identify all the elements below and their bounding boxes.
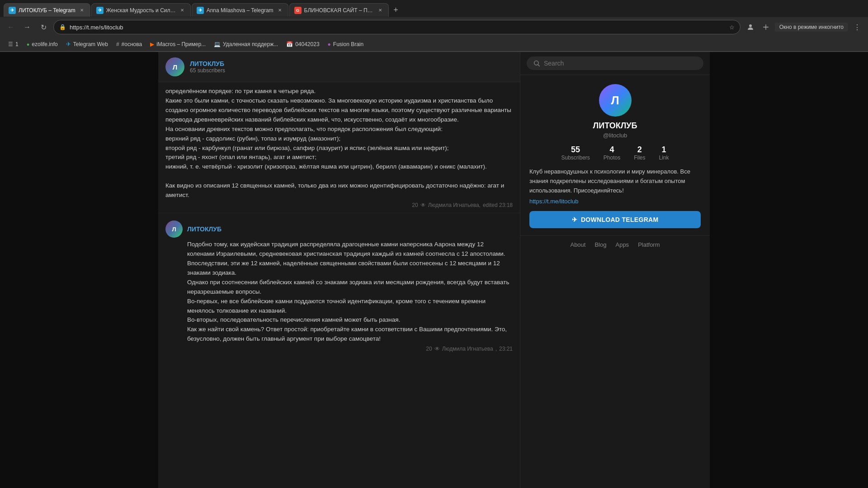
search-container [520, 52, 710, 75]
channel-top-info: ЛИТОКЛУБ 65 subscribers [190, 60, 225, 74]
message-block-1: определённом порядке: по три камня в чет… [158, 82, 520, 211]
stat-subs-label: Subscribers [561, 155, 590, 161]
channel-top-bar: Л ЛИТОКЛУБ 65 subscribers [158, 52, 520, 82]
profile-name: ЛИТОКЛУБ [593, 121, 637, 131]
nav-bar: ← → ↻ 🔒 https://t.me/s/litoclub ☆ Окно в… [0, 17, 868, 37]
bookmark-label-fb: Fusion Brain [333, 41, 363, 47]
bookmarks-bar: ☰ 1 ● ezolife.info ✈ Telegram Web # #осн… [0, 37, 868, 52]
search-icon [533, 60, 540, 67]
tab-close-1[interactable]: ✕ [78, 7, 85, 14]
tab-title-3: Anna Milashova – Telegram [207, 7, 274, 14]
bookmark-label-ezo: ezolife.info [32, 41, 57, 47]
stat-photos-value: 4 [604, 145, 620, 155]
info-panel: Л ЛИТОКЛУБ @litoclub 55 Subscribers 4 Ph… [520, 52, 710, 488]
tab-close-2[interactable]: ✕ [179, 7, 186, 14]
stat-link-label: Link [659, 155, 669, 161]
bookmark-icon-tg: ✈ [66, 41, 71, 47]
views-count-2: 20 [426, 346, 432, 352]
views-icon-2: 👁 [434, 346, 440, 352]
bookmark-icon-rm: 💻 [214, 41, 221, 47]
messages-area[interactable]: определённом порядке: по три камня в чет… [158, 82, 520, 488]
footer-nav: About Blog Apps Platform [520, 236, 710, 253]
bookmark-icon-1: ☰ [8, 41, 13, 47]
footer-blog[interactable]: Blog [594, 241, 606, 248]
bookmark-imacros[interactable]: ▶ iMacros – Пример... [146, 40, 209, 49]
bookmark-ezolife[interactable]: ● ezolife.info [23, 40, 61, 49]
channel-top-avatar: Л [165, 57, 184, 76]
msg-text-line-5: второй ряд - карбункул (гранат или бирюз… [165, 144, 513, 153]
tab-favicon-4: G [294, 7, 302, 14]
incognito-indicator: Окно в режиме инкогнито [775, 23, 848, 32]
forward-button[interactable]: → [21, 21, 33, 33]
tab-favicon-2: ✈ [96, 7, 104, 14]
msg2-line-3: Однако при соотнесении библейских камней… [187, 278, 513, 297]
bookmark-label-rm: Удаленная поддерж... [223, 41, 278, 47]
bookmark-osnova[interactable]: # #основа [113, 40, 146, 49]
stat-link: 1 Link [659, 145, 669, 161]
menu-button[interactable]: ⋮ [851, 21, 863, 33]
tab-close-4[interactable]: ✕ [377, 7, 384, 14]
tab-zhenskaya[interactable]: ✈ Женская Мудрость и Сила Кри... ✕ [91, 3, 191, 17]
tab-title-4: БЛИНОВСКАЯ САЙТ – Поиск ... [304, 7, 374, 14]
footer-about[interactable]: About [570, 241, 585, 248]
channel-link[interactable]: https://t.me/litoclub [529, 198, 578, 205]
new-tab-button[interactable]: + [390, 4, 402, 16]
lock-icon: 🔒 [59, 24, 66, 30]
msg-text-line-1: определённом порядке: по три камня в чет… [165, 87, 513, 96]
msg-text-line-2: Какие это были камни, с точностью сказат… [165, 96, 513, 125]
msg-divider [158, 213, 520, 213]
msg-footer-1: 20 👁 Людмила Игнатьева, edited 23:18 [165, 202, 513, 208]
bookmark-icon-im: ▶ [150, 41, 154, 47]
bookmark-date[interactable]: 📅 04042023 [283, 40, 323, 49]
reload-button[interactable]: ↻ [37, 21, 50, 33]
bookmark-label-dt: 04042023 [295, 41, 319, 47]
msg-text-line-7: нижний, т. е. четвёртый - хризолит (хриз… [165, 162, 513, 172]
stat-photos-label: Photos [604, 155, 620, 161]
msg-footer-2: 20 👁 Людмила Игнатьева , 23:21 [165, 346, 513, 352]
bookmark-1[interactable]: ☰ 1 [5, 40, 22, 49]
msg-comma-2: , [495, 346, 497, 352]
tab-title-1: ЛИТОКЛУБ – Telegram [19, 7, 75, 14]
right-bg [710, 52, 868, 488]
msg2-line-5: Во-вторых, последовательность перечислен… [187, 315, 513, 325]
views-count-1: 20 [412, 202, 418, 208]
tab-litoclub[interactable]: ✈ ЛИТОКЛУБ – Telegram ✕ [4, 3, 90, 17]
msg2-line-6: Как же найти свой камень? Ответ простой:… [187, 325, 513, 344]
bookmark-icon-ezo: ● [27, 42, 30, 47]
tab-favicon-3: ✈ [197, 7, 204, 14]
stat-photos: 4 Photos [604, 145, 620, 161]
bookmark-telegram[interactable]: ✈ Telegram Web [62, 39, 112, 49]
msg2-line-1: Подобно тому, как иудейская традиция рас… [187, 240, 513, 259]
msg-body-2: Подобно тому, как иудейская традиция рас… [165, 240, 513, 344]
profile-button[interactable] [744, 21, 757, 33]
star-icon[interactable]: ☆ [729, 24, 735, 31]
msg-header-2: Л ЛИТОКЛУБ [165, 221, 513, 238]
channel-top-subs: 65 subscribers [190, 67, 225, 74]
search-input[interactable] [544, 60, 697, 67]
message-block-2: Л ЛИТОКЛУБ Подобно тому, как иудейская т… [158, 215, 520, 355]
tab-title-2: Женская Мудрость и Сила Кри... [106, 7, 176, 14]
tab-bar: ✈ ЛИТОКЛУБ – Telegram ✕ ✈ Женская Мудрос… [0, 0, 868, 17]
stat-subs-value: 55 [561, 145, 590, 155]
footer-apps[interactable]: Apps [615, 241, 629, 248]
tab-blinovskaya[interactable]: G БЛИНОВСКАЯ САЙТ – Поиск ... ✕ [289, 3, 389, 17]
back-button[interactable]: ← [5, 21, 17, 33]
nav-actions: Окно в режиме инкогнито ⋮ [744, 21, 863, 33]
bookmark-label-1: 1 [15, 41, 19, 47]
footer-platform[interactable]: Platform [638, 241, 660, 248]
bookmark-remote[interactable]: 💻 Удаленная поддерж... [210, 40, 282, 49]
tab-close-3[interactable]: ✕ [276, 7, 283, 14]
bookmark-icon-fb: ● [328, 41, 331, 47]
download-telegram-button[interactable]: ✈ DOWNLOAD TELEGRAM [529, 211, 701, 228]
svg-line-10 [538, 65, 540, 66]
address-bar[interactable]: 🔒 https://t.me/s/litoclub ☆ [53, 20, 741, 34]
msg-text-line-4: верхний ряд - сардоликс (рубин), топаз и… [165, 134, 513, 144]
extensions-button[interactable] [760, 21, 772, 33]
msg-author-1: Людмила Игнатьева, [428, 202, 481, 208]
tab-anna[interactable]: ✈ Anna Milashova – Telegram ✕ [192, 3, 288, 17]
stats-row: 55 Subscribers 4 Photos 2 Files 1 Link [561, 145, 669, 161]
svg-rect-2 [765, 24, 766, 30]
msg-text-line-6: третий ряд - яхонт (опал или янтарь), аг… [165, 153, 513, 162]
msg2-line-4: Во-первых, не все библейские камни подда… [187, 297, 513, 316]
bookmark-fusionbrain[interactable]: ● Fusion Brain [324, 40, 368, 49]
